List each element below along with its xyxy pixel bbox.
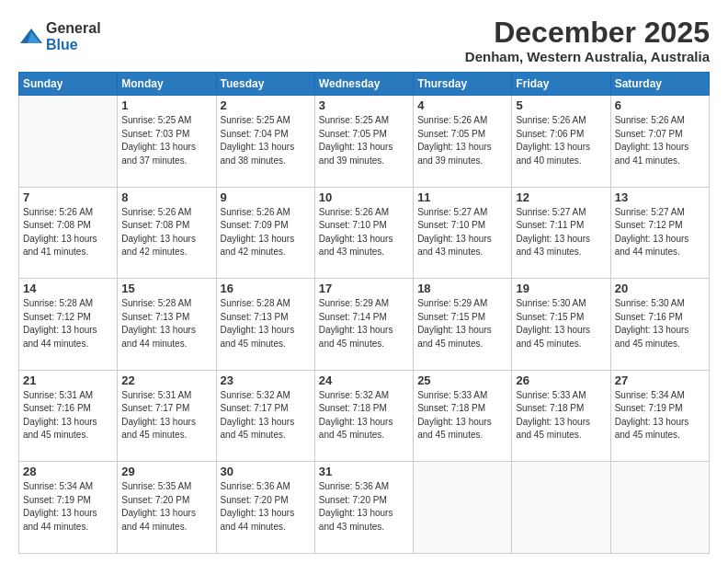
day-detail: Sunrise: 5:26 AMSunset: 7:08 PMDaylight:… <box>23 207 97 258</box>
calendar-cell: 29 Sunrise: 5:35 AMSunset: 7:20 PMDaylig… <box>118 462 216 554</box>
calendar-cell: 14 Sunrise: 5:28 AMSunset: 7:12 PMDaylig… <box>19 279 118 371</box>
day-detail: Sunrise: 5:29 AMSunset: 7:14 PMDaylight:… <box>319 298 393 349</box>
day-number: 2 <box>221 98 311 112</box>
day-detail: Sunrise: 5:26 AMSunset: 7:10 PMDaylight:… <box>319 207 393 258</box>
calendar-cell: 5 Sunrise: 5:26 AMSunset: 7:06 PMDayligh… <box>512 96 610 188</box>
header-thursday: Thursday <box>414 73 512 96</box>
day-detail: Sunrise: 5:31 AMSunset: 7:16 PMDaylight:… <box>23 390 97 441</box>
calendar-cell: 21 Sunrise: 5:31 AMSunset: 7:16 PMDaylig… <box>19 370 118 462</box>
day-detail: Sunrise: 5:27 AMSunset: 7:10 PMDaylight:… <box>417 207 492 258</box>
calendar-cell: 2 Sunrise: 5:25 AMSunset: 7:04 PMDayligh… <box>216 96 314 188</box>
calendar-cell: 31 Sunrise: 5:36 AMSunset: 7:20 PMDaylig… <box>314 462 413 554</box>
day-number: 12 <box>516 190 606 204</box>
day-number: 7 <box>23 190 113 204</box>
header-saturday: Saturday <box>610 73 709 96</box>
calendar-cell: 9 Sunrise: 5:26 AMSunset: 7:09 PMDayligh… <box>216 187 314 279</box>
day-detail: Sunrise: 5:26 AMSunset: 7:07 PMDaylight:… <box>615 115 689 166</box>
calendar-cell: 10 Sunrise: 5:26 AMSunset: 7:10 PMDaylig… <box>314 187 413 279</box>
day-number: 15 <box>121 282 211 295</box>
day-detail: Sunrise: 5:32 AMSunset: 7:17 PMDaylight:… <box>221 390 295 441</box>
day-number: 1 <box>121 98 211 112</box>
day-number: 31 <box>319 465 409 478</box>
day-number: 9 <box>221 190 311 204</box>
day-number: 6 <box>615 98 705 112</box>
calendar-cell: 28 Sunrise: 5:34 AMSunset: 7:19 PMDaylig… <box>19 462 118 554</box>
day-number: 23 <box>221 373 311 387</box>
day-number: 5 <box>516 98 606 112</box>
week-row-0: 1 Sunrise: 5:25 AMSunset: 7:03 PMDayligh… <box>19 96 710 188</box>
calendar-cell: 15 Sunrise: 5:28 AMSunset: 7:13 PMDaylig… <box>118 279 216 371</box>
day-number: 3 <box>319 98 409 112</box>
calendar-cell: 16 Sunrise: 5:28 AMSunset: 7:13 PMDaylig… <box>216 279 314 371</box>
calendar-cell <box>414 462 512 554</box>
day-number: 14 <box>23 282 113 295</box>
title-block: December 2025 Denham, Western Australia,… <box>465 17 710 64</box>
day-detail: Sunrise: 5:31 AMSunset: 7:17 PMDaylight:… <box>121 390 196 441</box>
day-number: 4 <box>417 98 507 112</box>
calendar-cell: 30 Sunrise: 5:36 AMSunset: 7:20 PMDaylig… <box>216 462 314 554</box>
day-detail: Sunrise: 5:28 AMSunset: 7:13 PMDaylight:… <box>121 298 196 349</box>
day-detail: Sunrise: 5:29 AMSunset: 7:15 PMDaylight:… <box>417 298 492 349</box>
calendar-header-row: Sunday Monday Tuesday Wednesday Thursday… <box>19 73 710 96</box>
calendar-cell: 12 Sunrise: 5:27 AMSunset: 7:11 PMDaylig… <box>512 187 610 279</box>
calendar-cell: 24 Sunrise: 5:32 AMSunset: 7:18 PMDaylig… <box>314 370 413 462</box>
calendar-cell: 26 Sunrise: 5:33 AMSunset: 7:18 PMDaylig… <box>512 370 610 462</box>
calendar-cell: 17 Sunrise: 5:29 AMSunset: 7:14 PMDaylig… <box>314 279 413 371</box>
day-detail: Sunrise: 5:36 AMSunset: 7:20 PMDaylight:… <box>221 481 295 532</box>
day-number: 10 <box>319 190 409 204</box>
logo-blue-text: Blue <box>46 37 101 53</box>
day-number: 20 <box>615 282 705 295</box>
calendar-cell: 25 Sunrise: 5:33 AMSunset: 7:18 PMDaylig… <box>414 370 512 462</box>
day-detail: Sunrise: 5:35 AMSunset: 7:20 PMDaylight:… <box>121 481 196 532</box>
day-number: 30 <box>221 465 311 478</box>
header-friday: Friday <box>512 73 610 96</box>
day-detail: Sunrise: 5:25 AMSunset: 7:03 PMDaylight:… <box>121 115 196 166</box>
day-detail: Sunrise: 5:27 AMSunset: 7:12 PMDaylight:… <box>615 207 689 258</box>
day-number: 13 <box>615 190 705 204</box>
calendar-cell: 4 Sunrise: 5:26 AMSunset: 7:05 PMDayligh… <box>414 96 512 188</box>
calendar-cell: 19 Sunrise: 5:30 AMSunset: 7:15 PMDaylig… <box>512 279 610 371</box>
page: General Blue December 2025 Denham, Weste… <box>0 0 728 563</box>
calendar-cell: 23 Sunrise: 5:32 AMSunset: 7:17 PMDaylig… <box>216 370 314 462</box>
day-number: 16 <box>221 282 311 295</box>
calendar-cell <box>610 462 709 554</box>
week-row-3: 21 Sunrise: 5:31 AMSunset: 7:16 PMDaylig… <box>19 370 710 462</box>
day-number: 26 <box>516 373 606 387</box>
day-detail: Sunrise: 5:33 AMSunset: 7:18 PMDaylight:… <box>516 390 590 441</box>
calendar-cell: 11 Sunrise: 5:27 AMSunset: 7:10 PMDaylig… <box>414 187 512 279</box>
calendar-table: Sunday Monday Tuesday Wednesday Thursday… <box>18 72 710 554</box>
day-detail: Sunrise: 5:36 AMSunset: 7:20 PMDaylight:… <box>319 481 393 532</box>
logo-general-text: General <box>46 20 101 37</box>
day-detail: Sunrise: 5:25 AMSunset: 7:04 PMDaylight:… <box>221 115 295 166</box>
day-number: 22 <box>121 373 211 387</box>
day-detail: Sunrise: 5:30 AMSunset: 7:15 PMDaylight:… <box>516 298 590 349</box>
header-wednesday: Wednesday <box>314 73 413 96</box>
day-number: 28 <box>23 465 113 478</box>
week-row-2: 14 Sunrise: 5:28 AMSunset: 7:12 PMDaylig… <box>19 279 710 371</box>
day-detail: Sunrise: 5:30 AMSunset: 7:16 PMDaylight:… <box>615 298 689 349</box>
day-detail: Sunrise: 5:32 AMSunset: 7:18 PMDaylight:… <box>319 390 393 441</box>
day-detail: Sunrise: 5:25 AMSunset: 7:05 PMDaylight:… <box>319 115 393 166</box>
calendar-cell <box>512 462 610 554</box>
calendar-cell: 3 Sunrise: 5:25 AMSunset: 7:05 PMDayligh… <box>314 96 413 188</box>
day-detail: Sunrise: 5:26 AMSunset: 7:05 PMDaylight:… <box>417 115 492 166</box>
calendar-cell: 13 Sunrise: 5:27 AMSunset: 7:12 PMDaylig… <box>610 187 709 279</box>
calendar-cell: 20 Sunrise: 5:30 AMSunset: 7:16 PMDaylig… <box>610 279 709 371</box>
day-number: 19 <box>516 282 606 295</box>
day-detail: Sunrise: 5:26 AMSunset: 7:06 PMDaylight:… <box>516 115 590 166</box>
subtitle: Denham, Western Australia, Australia <box>465 49 710 64</box>
day-number: 25 <box>417 373 507 387</box>
day-detail: Sunrise: 5:33 AMSunset: 7:18 PMDaylight:… <box>417 390 492 441</box>
header: General Blue December 2025 Denham, Weste… <box>18 17 710 64</box>
day-number: 18 <box>417 282 507 295</box>
week-row-4: 28 Sunrise: 5:34 AMSunset: 7:19 PMDaylig… <box>19 462 710 554</box>
logo-icon <box>18 27 44 47</box>
main-title: December 2025 <box>465 17 710 49</box>
header-tuesday: Tuesday <box>216 73 314 96</box>
day-detail: Sunrise: 5:34 AMSunset: 7:19 PMDaylight:… <box>23 481 97 532</box>
day-detail: Sunrise: 5:28 AMSunset: 7:13 PMDaylight:… <box>221 298 295 349</box>
day-number: 21 <box>23 373 113 387</box>
calendar-cell: 22 Sunrise: 5:31 AMSunset: 7:17 PMDaylig… <box>118 370 216 462</box>
day-detail: Sunrise: 5:26 AMSunset: 7:09 PMDaylight:… <box>221 207 295 258</box>
calendar-cell <box>19 96 118 188</box>
